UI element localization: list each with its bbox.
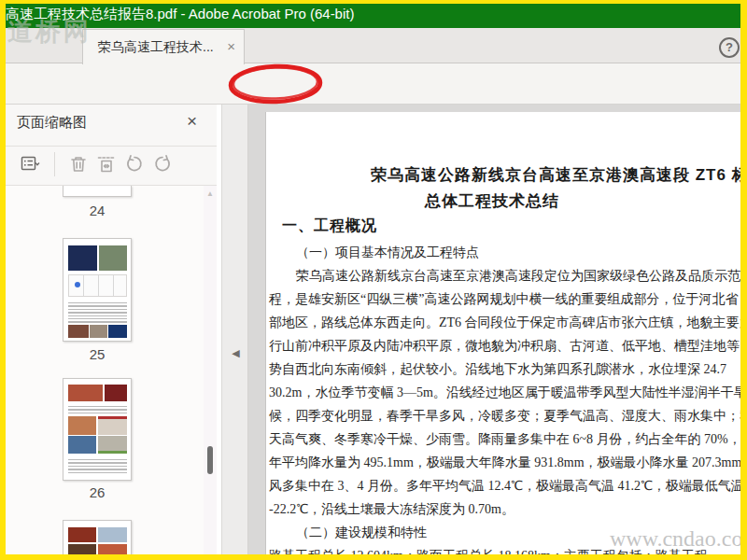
doc-line: 天高气爽、冬季寒冷干燥、少雨雪。降雨量多集中在 6~8 月份，约占全年的 70%… bbox=[269, 427, 740, 451]
main-toolbar bbox=[0, 63, 747, 105]
thumb-image-block bbox=[105, 385, 127, 401]
title-bar: 高速工程技术总结报告8.pdf - Adobe Acrobat Pro (64-… bbox=[0, 0, 747, 28]
thumbnail-page-27-partial[interactable] bbox=[63, 520, 132, 554]
thumbnail-label-25: 25 bbox=[63, 346, 132, 362]
collapse-left-icon: ◀ bbox=[222, 347, 249, 359]
thumb-image-block bbox=[68, 245, 97, 271]
scroll-up-icon[interactable]: ▲ bbox=[204, 189, 217, 198]
pdf-page: 荣乌高速公路新线京台高速至京港澳高速段 ZT6 标 总体工程技术总结 一、工程概… bbox=[265, 112, 740, 554]
divider bbox=[6, 146, 217, 147]
watermark-top-left: 道桥网 bbox=[7, 15, 92, 49]
crop-pages-icon[interactable] bbox=[95, 153, 118, 175]
thumb-image-block bbox=[98, 544, 127, 555]
thumb-text-lines bbox=[68, 301, 127, 323]
thumb-image-block bbox=[90, 325, 107, 338]
doc-title-line1: 荣乌高速公路新线京台高速至京港澳高速段 ZT6 标 bbox=[371, 164, 740, 186]
doc-line: 风多集中在 3、4 月份。多年平均气温 12.4℃，极端最高气温 41.2℃，极… bbox=[269, 474, 740, 497]
doc-line: -22.2℃，沿线土壤最大冻结深度为 0.70m。 bbox=[269, 497, 740, 521]
thumbnail-page-26[interactable] bbox=[63, 378, 132, 481]
panel-scrollbar[interactable]: ▲ bbox=[204, 186, 217, 554]
thumb-image-block bbox=[98, 527, 127, 542]
doc-line: 荣乌高速公路新线京台高速至京港澳高速段定位为国家级绿色公路及品质示范 bbox=[269, 264, 740, 287]
page-thumbnails-panel: 页面缩略图 × bbox=[6, 105, 217, 554]
thumb-image-block bbox=[99, 245, 127, 271]
tab-document[interactable]: 荣乌高速工程技术... × bbox=[82, 29, 245, 64]
thumb-image-block bbox=[75, 282, 80, 287]
rotate-counterclockwise-icon[interactable] bbox=[123, 153, 146, 175]
acrobat-window: 高速工程技术总结报告8.pdf - Adobe Acrobat Pro (64-… bbox=[0, 0, 747, 560]
document-view: 荣乌高速公路新线京台高速至京港澳高速段 ZT6 标 总体工程技术总结 一、工程概… bbox=[248, 105, 740, 554]
tab-close-icon[interactable]: × bbox=[227, 30, 235, 63]
doc-line: 势自西北向东南倾斜，起伏较小。沿线地下水为第四系孔隙潜水，水位埋深 24.7 bbox=[269, 357, 740, 381]
thumb-image-block bbox=[98, 436, 127, 454]
thumb-image-block bbox=[68, 436, 96, 454]
doc-line: （一）项目基本情况及工程特点 bbox=[269, 241, 740, 264]
doc-line: 年平均降水量为 495.1mm，极端最大年降水量 931.8mm，极端最小降水量… bbox=[269, 451, 740, 474]
watermark-bottom-right: www.cndao.com bbox=[610, 526, 740, 552]
doc-body: （一）项目基本情况及工程特点 荣乌高速公路新线京台高速至京港澳高速段定位为国家级… bbox=[269, 241, 740, 554]
thumbnail-page-24[interactable] bbox=[63, 186, 132, 197]
doc-heading: 一、工程概况 bbox=[282, 217, 377, 236]
thumb-image-block bbox=[68, 385, 103, 401]
doc-line: 部地区，路线总体东西走向。ZT6 合同段位于保定市高碑店市张六庄镇，地貌主要为 bbox=[269, 311, 740, 334]
doc-line: 30.2m，水位季节变幅 3—5m。沿线经过地区属于暖温带季风型大陆性半湿润半干… bbox=[269, 381, 740, 404]
rotate-clockwise-icon[interactable] bbox=[151, 153, 174, 175]
thumb-image-block bbox=[68, 544, 96, 555]
thumbnail-list: 24 25 bbox=[6, 186, 204, 554]
help-icon[interactable]: ? bbox=[719, 37, 740, 58]
thumb-text-lines bbox=[68, 404, 127, 413]
scrollbar-thumb[interactable] bbox=[207, 446, 213, 474]
thumb-image-block bbox=[108, 325, 127, 338]
panel-collapse-handle[interactable]: ◀ bbox=[221, 105, 248, 554]
thumb-image-block bbox=[68, 325, 89, 338]
thumbnail-options-menu-icon[interactable] bbox=[19, 153, 41, 175]
panel-title: 页面缩略图 bbox=[17, 114, 87, 132]
doc-line: 行山前冲积平原及内陆冲积平原，微地貌为冲积扇、古河道、低平地、槽型洼地等， bbox=[269, 334, 740, 357]
thumbnail-page-25[interactable] bbox=[63, 238, 132, 342]
doc-title-line2: 总体工程技术总结 bbox=[425, 190, 559, 212]
panel-close-icon[interactable]: × bbox=[187, 111, 197, 132]
thumb-image-block bbox=[98, 416, 127, 435]
thumb-image-block bbox=[68, 527, 96, 542]
tab-document-label: 荣乌高速工程技术... bbox=[98, 30, 214, 63]
thumb-text-lines bbox=[68, 457, 127, 473]
divider bbox=[54, 152, 55, 176]
thumbnail-label-24: 24 bbox=[63, 203, 132, 218]
thumbnail-label-26: 26 bbox=[63, 484, 132, 500]
doc-line: 程，是雄安新区“四纵三横”高速公路网规划中横一线的重要组成部分，位于河北省 bbox=[269, 287, 740, 311]
delete-pages-icon[interactable] bbox=[67, 153, 90, 175]
doc-line: 候，四季变化明显，春季干旱多风，冷暖多变；夏季气温高、湿度大、雨水集中；秋 bbox=[269, 404, 740, 427]
thumb-image-block bbox=[68, 416, 96, 435]
